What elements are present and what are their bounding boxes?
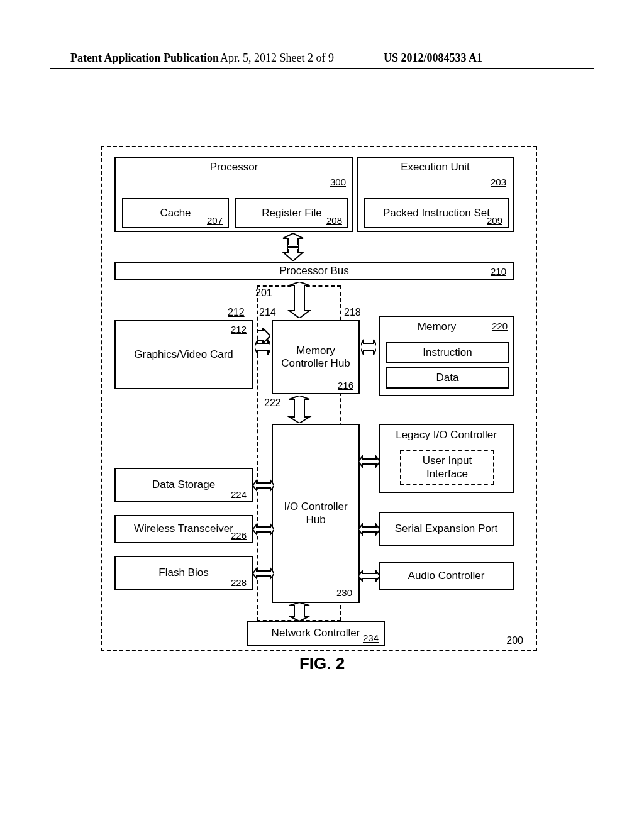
ich-sep-arrow-icon (358, 523, 380, 536)
register-file-ref: 208 (326, 215, 342, 226)
user-input-interface-label: User Input Interface (401, 455, 493, 480)
register-file-label: Register File (262, 207, 321, 219)
memory-label: Memory (386, 321, 487, 333)
flash-bios-block: Flash Bios 228 (114, 556, 253, 590)
cache-label: Cache (160, 207, 191, 219)
data-storage-label: Data Storage (152, 479, 215, 491)
network-controller-ref: 234 (363, 633, 379, 643)
ref-222: 222 (264, 397, 281, 409)
instruction-block: Instruction (386, 342, 509, 363)
figure-caption: FIG. 2 (0, 654, 644, 673)
processor-block: Processor 300 Cache 207 Register File 20… (114, 157, 353, 232)
ich-net-arrow-icon (284, 602, 314, 621)
processor-bus-block: Processor Bus 210 (114, 262, 514, 280)
network-controller-label: Network Controller (272, 627, 360, 639)
data-block: Data (386, 367, 509, 389)
dstore-ich-arrow-icon (253, 479, 274, 492)
memory-controller-hub-label: Memory Controller Hub (273, 345, 358, 370)
header-rule (50, 68, 594, 69)
instruction-label: Instruction (423, 346, 472, 359)
memory-controller-hub-block: Memory Controller Hub 216 (272, 320, 360, 394)
register-file-block: Register File 208 (235, 198, 348, 228)
data-storage-ref: 224 (231, 489, 247, 500)
io-controller-hub-block: I/O Controller Hub 230 (272, 424, 360, 603)
ref-212: 212 (228, 307, 245, 318)
legacy-io-controller-label: Legacy I/O Controller (380, 429, 513, 441)
data-storage-block: Data Storage 224 (114, 468, 253, 502)
memory-controller-hub-ref: 216 (338, 380, 353, 390)
network-controller-block: Network Controller 234 (247, 621, 385, 646)
wireless-transceiver-label: Wireless Transceiver (134, 523, 233, 535)
fbios-ich-arrow-icon (253, 567, 274, 580)
system-ref-200: 200 (506, 635, 523, 646)
io-controller-hub-ref: 230 (336, 587, 352, 598)
audio-controller-block: Audio Controller (379, 562, 514, 590)
wtx-ich-arrow-icon (253, 523, 274, 536)
execution-unit-ref: 203 (491, 177, 506, 187)
processor-ref: 300 (330, 177, 346, 187)
bus-mch-arrow-icon (284, 282, 314, 318)
wireless-transceiver-block: Wireless Transceiver 226 (114, 515, 253, 543)
serial-expansion-port-label: Serial Expansion Port (395, 523, 497, 535)
header-right: US 2012/0084533 A1 (384, 52, 482, 65)
memory-ref: 220 (492, 321, 508, 331)
audio-controller-label: Audio Controller (408, 570, 485, 582)
graphics-card-block: Graphics/Video Card 212 (114, 320, 253, 389)
flash-bios-label: Flash Bios (158, 567, 208, 579)
header-mid: Apr. 5, 2012 Sheet 2 of 9 (220, 52, 334, 65)
io-controller-hub-label: I/O Controller Hub (273, 501, 358, 526)
graphics-card-label: Graphics/Video Card (134, 348, 233, 361)
legacy-io-controller-block: Legacy I/O Controller User Input Interfa… (379, 424, 514, 493)
system-diagram: Processor 300 Cache 207 Register File 20… (101, 146, 537, 651)
packed-instruction-set-block: Packed Instruction Set 209 (364, 198, 509, 228)
data-label: Data (436, 372, 459, 384)
cache-ref: 207 (207, 215, 223, 226)
header-left: Patent Application Publication (70, 52, 219, 65)
processor-label: Processor (116, 161, 352, 174)
cache-block: Cache 207 (122, 198, 229, 228)
mch-mem-arrow-icon (361, 328, 376, 366)
flash-bios-ref: 228 (231, 577, 247, 588)
bus-arrow-icon (278, 233, 308, 261)
ich-legacy-arrow-icon (358, 455, 380, 468)
mch-ich-arrow-icon (284, 396, 314, 423)
memory-block: Memory 220 Instruction Data (379, 316, 514, 396)
execution-unit-label: Execution Unit (358, 161, 513, 174)
execution-unit-block: Execution Unit 203 Packed Instruction Se… (357, 157, 514, 232)
ref-214: 214 (259, 307, 276, 318)
wireless-transceiver-ref: 226 (231, 530, 247, 541)
gfx-mch-arrow-icon (255, 328, 270, 366)
ref-218: 218 (344, 307, 361, 318)
graphics-card-ref: 212 (231, 324, 247, 335)
packed-instruction-set-label: Packed Instruction Set (383, 207, 490, 219)
ich-audio-arrow-icon (358, 570, 380, 582)
packed-instruction-set-ref: 209 (487, 215, 502, 226)
user-input-interface-block: User Input Interface (400, 450, 494, 485)
processor-bus-ref: 210 (491, 266, 506, 277)
processor-bus-label: Processor Bus (116, 265, 513, 277)
serial-expansion-port-block: Serial Expansion Port (379, 512, 514, 546)
